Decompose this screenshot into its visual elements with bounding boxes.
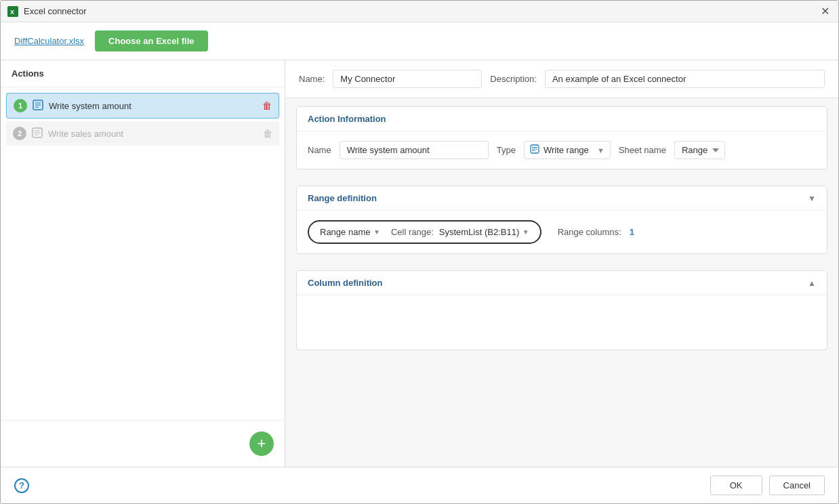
cell-range-select-wrapper[interactable]: SystemList (B2:B11) ▼ <box>439 227 529 237</box>
range-columns-value: 1 <box>630 227 634 237</box>
main-content: DiffCalculator.xlsx Choose an Excel file… <box>1 22 838 503</box>
col-def-header[interactable]: Column definition ▲ <box>297 271 827 295</box>
left-panel: Actions 1 Write syste <box>1 60 285 467</box>
file-link[interactable]: DiffCalculator.xlsx <box>14 36 84 46</box>
action-info-row: Name Type <box>308 141 816 159</box>
connector-name-input[interactable] <box>333 70 482 88</box>
right-panel: Name: Description: Action Information Na… <box>285 60 838 467</box>
action-delete-2[interactable]: 🗑 <box>263 128 272 139</box>
action-info-title: Action Information <box>308 114 386 124</box>
action-item-2[interactable]: 2 Write sales amount 🗑 <box>6 121 279 146</box>
help-icon-text: ? <box>19 480 24 490</box>
cell-range-label: Cell range: <box>391 227 434 237</box>
cell-range-arrow: ▼ <box>523 228 529 236</box>
col-def-chevron: ▲ <box>808 278 816 288</box>
range-def-header[interactable]: Range definition ▼ <box>297 186 827 211</box>
name-desc-row: Name: Description: <box>285 60 838 98</box>
range-def-section: Range definition ▼ Range name ▼ <box>296 186 827 254</box>
action-info-header[interactable]: Action Information <box>297 107 827 131</box>
window-title: Excel connector <box>24 6 87 16</box>
action-info-section: Action Information Name Type <box>296 106 827 169</box>
title-bar: X Excel connector ✕ <box>1 1 838 22</box>
bottom-bar: ? OK Cancel <box>1 467 838 503</box>
range-name-arrow: ▼ <box>373 228 380 236</box>
top-toolbar: DiffCalculator.xlsx Choose an Excel file <box>1 22 838 60</box>
write-range-type-icon <box>530 144 539 156</box>
action-item-1[interactable]: 1 Write system amount 🗑 <box>6 93 279 119</box>
action-name-1: Write system amount <box>49 101 257 111</box>
range-name-select-wrapper[interactable]: Range name ▼ <box>320 227 380 237</box>
range-name-select[interactable]: Range name <box>320 227 371 237</box>
action-number-1: 1 <box>14 99 27 112</box>
choose-file-button[interactable]: Choose an Excel file <box>95 30 207 51</box>
actions-header: Actions <box>1 60 285 87</box>
sheet-label: Sheet name <box>619 145 666 155</box>
ai-type-label: Type <box>497 145 516 155</box>
action-number-2: 2 <box>13 127 26 140</box>
range-def-body: Range name ▼ Cell range: SystemList (B2:… <box>297 211 827 253</box>
desc-label: Description: <box>490 74 537 84</box>
sheet-select[interactable]: Range <box>674 141 725 159</box>
actions-list: 1 Write system amount 🗑 <box>1 87 285 420</box>
bottom-buttons: OK Cancel <box>710 476 825 495</box>
title-bar-left: X Excel connector <box>7 6 87 17</box>
svg-text:X: X <box>10 9 14 16</box>
app-icon: X <box>7 6 18 17</box>
name-label: Name: <box>299 74 325 84</box>
add-action-button[interactable]: + <box>249 432 274 456</box>
help-button[interactable]: ? <box>14 478 29 493</box>
action-info-body: Name Type <box>297 131 827 169</box>
write-range-icon-1 <box>33 100 43 112</box>
cancel-button[interactable]: Cancel <box>769 476 825 495</box>
type-select-wrapper[interactable]: Write range ▼ <box>524 141 611 159</box>
add-btn-container: + <box>1 420 285 467</box>
ai-name-label: Name <box>308 145 331 155</box>
type-select-arrow: ▼ <box>597 146 605 154</box>
action-name-input[interactable] <box>340 141 489 159</box>
type-select[interactable]: Write range <box>544 145 600 155</box>
range-columns-label: Range columns: <box>558 227 621 237</box>
write-range-icon-2 <box>32 127 43 140</box>
col-def-title: Column definition <box>308 278 382 288</box>
col-def-body <box>297 295 827 350</box>
action-name-2: Write sales amount <box>48 129 258 139</box>
range-def-chevron: ▼ <box>808 194 816 203</box>
action-delete-1[interactable]: 🗑 <box>262 100 272 111</box>
range-def-title: Range definition <box>308 193 377 203</box>
connector-desc-input[interactable] <box>545 70 825 88</box>
excel-connector-window: X Excel connector ✕ DiffCalculator.xlsx … <box>0 0 839 504</box>
cell-range-select[interactable]: SystemList (B2:B11) <box>439 227 520 237</box>
col-def-section: Column definition ▲ <box>296 270 827 350</box>
close-button[interactable]: ✕ <box>818 5 832 18</box>
ok-button[interactable]: OK <box>710 476 762 495</box>
range-selector-group: Range name ▼ Cell range: SystemList (B2:… <box>308 220 541 244</box>
body-area: Actions 1 Write syste <box>1 60 838 467</box>
